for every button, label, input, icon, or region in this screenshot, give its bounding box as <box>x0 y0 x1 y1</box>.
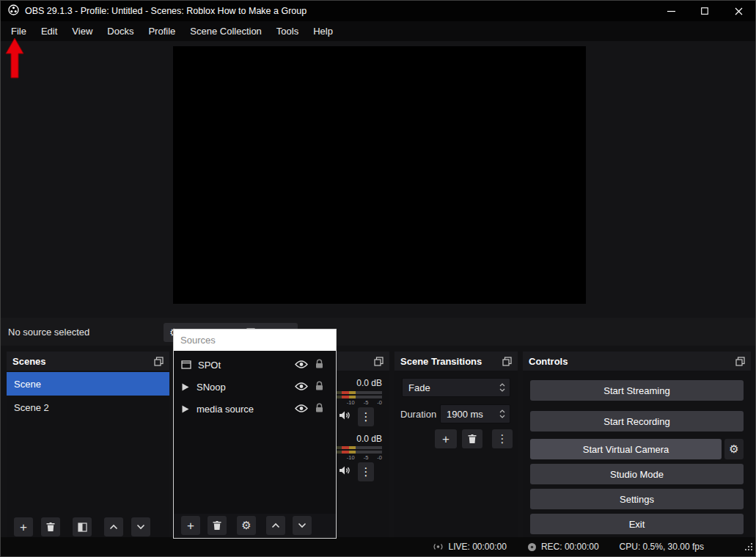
studio-mode-button[interactable]: Studio Mode <box>530 464 744 484</box>
volume-db-label: 0.0 dB <box>356 378 382 388</box>
resize-grip[interactable] <box>744 541 753 554</box>
scene-list: Scene Scene 2 <box>7 372 169 419</box>
move-source-up-button[interactable] <box>266 516 285 535</box>
speaker-icon[interactable] <box>339 410 351 423</box>
meter-ticks: -10 -5 -0 <box>347 399 382 406</box>
eye-icon[interactable] <box>295 404 308 415</box>
remove-transition-button[interactable] <box>462 429 482 448</box>
menu-item-docks[interactable]: Docks <box>100 23 141 40</box>
sources-floating-panel: Sources SPOt SNoop media source <box>173 329 337 539</box>
start-streaming-button[interactable]: Start Streaming <box>530 380 744 401</box>
menu-item-view[interactable]: View <box>65 23 100 40</box>
plus-icon: + <box>20 521 27 534</box>
move-scene-down-button[interactable] <box>131 517 150 536</box>
dock-float-icon[interactable] <box>374 357 383 366</box>
minimize-button[interactable] <box>654 1 688 21</box>
source-list-item[interactable]: media source <box>174 398 336 420</box>
virtual-camera-settings-button[interactable]: ⚙ <box>724 439 744 459</box>
live-time-text: LIVE: 00:00:00 <box>448 542 506 552</box>
eye-icon[interactable] <box>295 360 308 371</box>
chevron-up-icon <box>109 524 118 530</box>
remove-source-button[interactable] <box>208 516 227 535</box>
combo-arrows[interactable] <box>499 383 505 392</box>
settings-button[interactable]: Settings <box>530 489 744 509</box>
lock-icon[interactable] <box>315 403 324 415</box>
eye-icon[interactable] <box>295 382 308 393</box>
menu-item-help[interactable]: Help <box>306 23 340 40</box>
chevron-up-icon <box>499 383 505 387</box>
remove-scene-button[interactable] <box>41 517 60 536</box>
transition-selected-value: Fade <box>408 382 430 393</box>
plus-icon: + <box>442 433 449 445</box>
status-bar: LIVE: 00:00:00 REC: 00:00:00 CPU: 0.5%, … <box>1 537 755 556</box>
contrast-icon <box>78 523 87 532</box>
duration-spinbox[interactable]: 1900 ms <box>440 404 510 423</box>
tick-label: -10 <box>347 399 355 406</box>
tick-label: -10 <box>347 454 355 461</box>
dock-float-icon[interactable] <box>154 357 164 366</box>
mixer-options-button[interactable]: ⋮ <box>358 407 374 426</box>
source-list-item[interactable]: SNoop <box>174 376 336 398</box>
close-button[interactable] <box>722 1 755 21</box>
lock-icon[interactable] <box>315 381 324 393</box>
preview-area <box>1 41 755 318</box>
window-title: OBS 29.1.3 - Profile: Untitled - Scenes:… <box>25 6 307 16</box>
start-virtual-camera-button[interactable]: Start Virtual Camera <box>530 439 722 459</box>
window-capture-icon <box>181 360 191 369</box>
obs-window: OBS 29.1.3 - Profile: Untitled - Scenes:… <box>0 0 756 557</box>
rec-status: REC: 00:00:00 <box>527 542 599 552</box>
media-play-icon <box>181 404 190 414</box>
menu-item-profile[interactable]: Profile <box>141 23 183 40</box>
source-label: SPOt <box>198 360 288 371</box>
chevron-down-icon <box>136 524 145 530</box>
scene-label: Scene 2 <box>14 402 49 413</box>
mixer-options-button[interactable]: ⋮ <box>358 462 374 481</box>
volume-db-label: 0.0 dB <box>356 434 382 444</box>
chevron-down-icon <box>298 523 307 528</box>
scenes-dock-header[interactable]: Scenes <box>7 352 169 371</box>
menu-item-edit[interactable]: Edit <box>34 23 65 40</box>
exit-button[interactable]: Exit <box>530 514 744 534</box>
scene-list-item[interactable]: Scene <box>7 372 169 396</box>
scene-filters-button[interactable] <box>73 517 92 536</box>
dots-icon: ⋮ <box>361 410 372 423</box>
transition-select[interactable]: Fade <box>402 378 510 397</box>
source-status-bar: No source selected <box>1 318 755 346</box>
trash-icon <box>45 522 56 532</box>
transitions-dock-header[interactable]: Scene Transitions <box>394 352 518 371</box>
source-label: SNoop <box>197 382 288 393</box>
sources-panel-header[interactable]: Sources <box>174 330 336 351</box>
spin-arrows[interactable] <box>499 409 505 418</box>
tick-label: -0 <box>377 399 382 406</box>
lock-icon[interactable] <box>315 359 324 371</box>
preview-canvas[interactable] <box>173 46 586 304</box>
chevron-up-icon <box>271 523 280 528</box>
controls-dock-header[interactable]: Controls <box>523 352 751 371</box>
scene-transitions-dock: Scene Transitions Fade Duration 1900 ms … <box>394 352 518 539</box>
chevron-up-icon <box>499 409 505 413</box>
scenes-dock: Scenes Scene Scene 2 + <box>7 352 169 539</box>
live-status: LIVE: 00:00:00 <box>433 542 506 552</box>
add-source-button[interactable]: + <box>181 516 200 535</box>
scene-list-item[interactable]: Scene 2 <box>7 396 169 419</box>
transitions-dock-title: Scene Transitions <box>400 356 482 367</box>
transition-options-button[interactable]: ⋮ <box>492 429 513 448</box>
title-bar[interactable]: OBS 29.1.3 - Profile: Untitled - Scenes:… <box>1 1 755 21</box>
move-scene-up-button[interactable] <box>104 517 123 536</box>
source-list-item[interactable]: SPOt <box>174 354 336 376</box>
menu-item-scene-collection[interactable]: Scene Collection <box>183 23 269 40</box>
dock-float-icon[interactable] <box>735 357 745 366</box>
menu-item-tools[interactable]: Tools <box>269 23 306 40</box>
add-transition-button[interactable]: + <box>435 429 457 448</box>
rec-time-text: REC: 00:00:00 <box>541 542 599 552</box>
add-scene-button[interactable]: + <box>14 517 33 536</box>
source-properties-gear-button[interactable]: ⚙ <box>237 516 256 535</box>
start-recording-button[interactable]: Start Recording <box>530 411 744 432</box>
tick-label: -5 <box>364 399 369 406</box>
speaker-icon[interactable] <box>339 465 351 478</box>
record-disc-icon <box>527 542 537 552</box>
dock-float-icon[interactable] <box>502 357 512 366</box>
move-source-down-button[interactable] <box>293 516 312 535</box>
maximize-button[interactable] <box>688 1 722 21</box>
cpu-status: CPU: 0.5%, 30.00 fps <box>620 542 704 552</box>
